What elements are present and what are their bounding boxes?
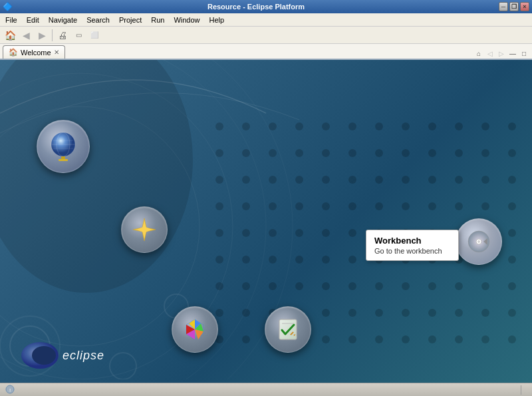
new-button[interactable] [121,206,168,253]
tab-toolbar-home[interactable]: ⌂ [473,48,484,59]
toolbar-maximize-view[interactable]: ⬜ [87,28,102,43]
workbench-icon [466,229,491,254]
menu-project[interactable]: Project [115,15,146,25]
svg-point-49 [428,202,436,210]
svg-point-14 [455,122,463,130]
svg-point-65 [215,256,223,264]
svg-point-22 [348,149,356,157]
svg-point-25 [428,149,436,157]
svg-point-96 [402,309,410,317]
svg-point-10 [348,122,356,130]
eclipse-logo: eclipse [20,341,104,369]
svg-point-76 [508,256,516,264]
svg-point-41 [215,202,223,210]
menu-search[interactable]: Search [82,15,114,25]
tab-toolbar-forward[interactable]: ▷ [496,48,507,59]
svg-point-45 [322,202,330,210]
svg-point-17 [215,149,223,157]
overview-button[interactable] [172,306,218,353]
svg-point-31 [269,176,277,184]
menu-run[interactable]: Run [147,15,168,25]
svg-point-26 [455,149,463,157]
tab-toolbar-max[interactable]: □ [519,48,529,59]
svg-point-8 [295,122,303,130]
svg-point-0 [0,106,200,346]
menu-bar: File Edit Navigate Search Project Run Wi… [0,13,532,27]
svg-point-18 [242,149,250,157]
tab-bar: 🏠 Welcome ✕ ⌂ ◁ ▷ — □ [0,44,532,60]
menu-file[interactable]: File [1,15,21,25]
svg-rect-123 [61,156,65,159]
title-bar: 🔷 Resource - Eclipse Platform ─ ❐ × [0,0,532,13]
svg-point-142 [32,346,56,365]
svg-point-84 [402,282,410,290]
samples-button[interactable] [265,306,311,353]
globe-button[interactable] [37,120,90,173]
eclipse-text: eclipse [63,349,104,363]
tab-toolbar: ⌂ ◁ ▷ — □ [473,48,532,59]
tooltip-description: Go to the workbench [374,247,450,255]
svg-point-100 [508,309,516,317]
checklist-icon [275,317,301,342]
close-button[interactable]: × [520,2,529,11]
toolbar-back[interactable]: ◀ [19,28,33,43]
svg-point-57 [322,229,330,237]
svg-point-70 [348,256,356,264]
menu-edit[interactable]: Edit [23,15,43,25]
svg-point-13 [428,122,436,130]
svg-point-36 [402,176,410,184]
svg-point-97 [428,309,436,317]
star-icon [132,217,157,242]
menu-help[interactable]: Help [205,15,229,25]
svg-point-47 [375,202,383,210]
svg-point-106 [348,335,356,343]
toolbar-print[interactable]: 🖨 [55,28,70,43]
svg-point-85 [428,282,436,290]
svg-point-29 [215,176,223,184]
minimize-button[interactable]: ─ [499,2,508,11]
svg-point-55 [269,229,277,237]
svg-point-40 [508,176,516,184]
svg-point-9 [322,122,330,130]
svg-point-68 [295,256,303,264]
svg-point-21 [322,149,330,157]
svg-point-86 [455,282,463,290]
svg-point-80 [295,282,303,290]
svg-point-52 [508,202,516,210]
menu-window[interactable]: Window [170,15,203,25]
svg-point-99 [481,309,489,317]
status-bar: ! [0,383,532,396]
status-icon: ! [3,385,17,395]
svg-point-69 [322,256,330,264]
toolbar-forward[interactable]: ▶ [35,28,49,43]
tab-close-button[interactable]: ✕ [54,49,59,56]
svg-point-109 [428,335,436,343]
svg-point-110 [455,335,463,343]
svg-point-5 [215,122,223,130]
tab-toolbar-back[interactable]: ◁ [485,48,495,59]
svg-point-82 [348,282,356,290]
svg-point-42 [242,202,250,210]
svg-point-102 [242,335,250,343]
svg-text:!: ! [9,387,11,393]
toolbar-home[interactable]: 🏠 [3,28,17,43]
svg-point-67 [269,256,277,264]
workbench-button[interactable] [456,218,502,265]
toolbar-minimize-view[interactable]: ▭ [71,28,86,43]
menu-navigate[interactable]: Navigate [45,15,81,25]
svg-point-105 [322,335,330,343]
svg-point-39 [481,176,489,184]
svg-point-88 [508,282,516,290]
toolbar-divider [52,29,53,41]
svg-point-81 [322,282,330,290]
status-notification-icon: ! [5,385,15,394]
svg-point-79 [269,282,277,290]
tab-toolbar-min[interactable]: — [507,48,518,59]
tab-welcome[interactable]: 🏠 Welcome ✕ [3,45,65,59]
svg-point-98 [455,309,463,317]
svg-point-44 [295,202,303,210]
svg-rect-124 [59,159,68,161]
svg-point-115 [110,353,136,379]
tab-icon: 🏠 [9,48,18,57]
maximize-button[interactable]: ❐ [509,2,519,11]
